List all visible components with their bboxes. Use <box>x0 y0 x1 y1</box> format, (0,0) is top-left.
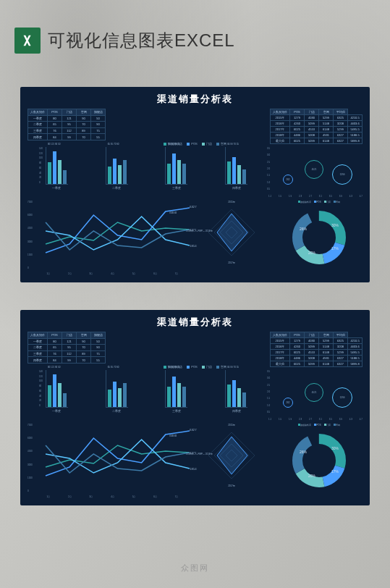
svg-text:17%: 17% <box>331 469 339 474</box>
watermark: 众图网 <box>181 563 209 574</box>
excel-icon <box>14 28 41 54</box>
svg-text:30%: 30% <box>331 223 339 227</box>
dashboard-title: 渠道销量分析表 <box>27 316 363 329</box>
donut-chart: 旗舰路线店POS门店官网 30% 17% 20% 26% <box>276 424 363 503</box>
dashboard-title: 渠道销量分析表 <box>27 93 363 106</box>
svg-text:17%: 17% <box>331 246 339 251</box>
bubble-chart: 3.53.02.52.01.51.00.5 262 4521 5299 1.11… <box>268 147 363 198</box>
page-header: 可视化信息图表EXCEL <box>14 28 235 54</box>
donut-chart: 旗舰路线店POS门店官网 30% 17% 20% 26% <box>276 201 363 280</box>
table-quarters: 人数及报价POS门店官网旗舰店 一季度801219050二季度65957090三… <box>27 332 106 364</box>
svg-text:6000: 6000 <box>169 211 177 214</box>
svg-text:30%: 30% <box>331 446 339 450</box>
line-chart: 750060004500300015000 6327 6000 4371 181… <box>27 201 187 280</box>
radar-chart: 2015年 2016年— —PMP— 2018年 2017年 <box>192 424 271 503</box>
page-title: 可视化信息图表EXCEL <box>48 29 235 52</box>
svg-text:26%: 26% <box>300 227 308 231</box>
svg-text:20%: 20% <box>308 251 316 255</box>
table-years: 人数及报价POS门店官网平均值 2015年1279403052996325421… <box>270 109 363 144</box>
radar-chart: 2015年 2016年— —PMP— 2018年 2017年 <box>192 201 271 280</box>
svg-text:6000: 6000 <box>169 434 177 437</box>
bar-chart-group: 14012010080604020080 121 90 50一季度65 95 7… <box>27 147 266 198</box>
bubble-chart: 3.53.02.52.01.51.00.5 262 4521 5299 1.11… <box>268 370 363 421</box>
table-years: 人数及报价POS门店官网平均值 2015年1279403052996325421… <box>270 332 363 367</box>
table-quarters: 人数及报价POS门店官网旗舰店 一季度801219050二季度65957090三… <box>27 109 106 140</box>
bar-chart-group: 14012010080604020080 121 90 50一季度65 95 7… <box>27 370 266 421</box>
dashboard-panel-1: 渠道销量分析表 人数及报价POS门店官网旗舰店 一季度801219050二季度6… <box>20 87 370 282</box>
dashboard-panel-2: 渠道销量分析表 人数及报价POS门店官网旗舰店 一季度801219050二季度6… <box>20 310 370 505</box>
svg-text:26%: 26% <box>300 450 308 454</box>
svg-text:20%: 20% <box>308 474 316 478</box>
line-chart: 750060004500300015000 6327 6000 4371 181… <box>27 424 187 503</box>
